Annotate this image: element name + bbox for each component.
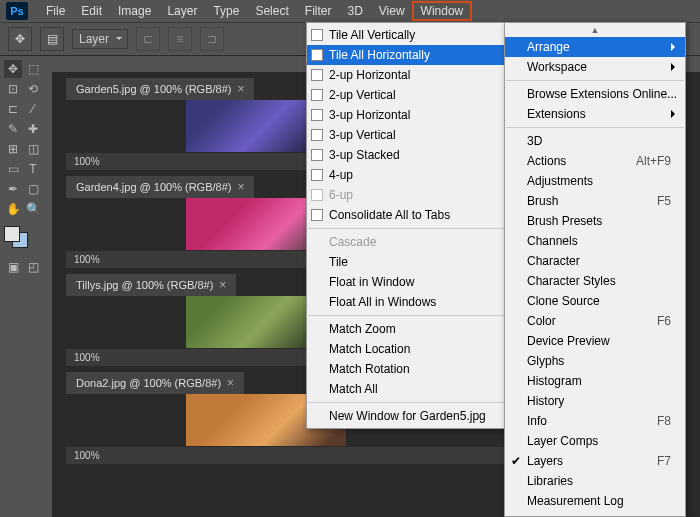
shape-tool-icon[interactable]: ▢ [24, 180, 42, 198]
heal-tool-icon[interactable]: ✚ [24, 120, 42, 138]
align-left-icon[interactable]: ⊏ [136, 27, 160, 51]
stamp-tool-icon[interactable]: ⊞ [4, 140, 22, 158]
grad-tool-icon[interactable]: ▭ [4, 160, 22, 178]
menu-filter[interactable]: Filter [297, 2, 340, 20]
move-tool-icon[interactable]: ✥ [8, 27, 32, 51]
window-layer-comps[interactable]: Layer Comps [505, 431, 685, 451]
window-menu: ▲ArrangeWorkspaceBrowse Extensions Onlin… [504, 22, 686, 517]
eyedrop-tool-icon[interactable]: ⁄ [24, 100, 42, 118]
arrange-4-up[interactable]: 4-up [307, 165, 505, 185]
align-center-icon[interactable]: ≡ [168, 27, 192, 51]
menu-window[interactable]: Window [413, 2, 472, 20]
shortcut-label: F5 [657, 194, 671, 208]
move-tool-icon[interactable]: ✥ [4, 60, 22, 78]
window-libraries[interactable]: Libraries [505, 471, 685, 491]
document-tab[interactable]: Garden5.jpg @ 100% (RGB/8#)× [66, 78, 254, 100]
window-workspace[interactable]: Workspace [505, 57, 685, 77]
menu-layer[interactable]: Layer [159, 2, 205, 20]
menu-edit[interactable]: Edit [73, 2, 110, 20]
window-arrange[interactable]: Arrange [505, 37, 685, 57]
lasso-tool-icon[interactable]: ⟲ [24, 80, 42, 98]
screenmode-icon[interactable]: ◰ [24, 258, 42, 276]
window-brush-presets[interactable]: Brush Presets [505, 211, 685, 231]
window-character-styles[interactable]: Character Styles [505, 271, 685, 291]
menu-view[interactable]: View [371, 2, 413, 20]
window-info[interactable]: InfoF8 [505, 411, 685, 431]
window-history[interactable]: History [505, 391, 685, 411]
window-histogram[interactable]: Histogram [505, 371, 685, 391]
window-character[interactable]: Character [505, 251, 685, 271]
menu-type[interactable]: Type [205, 2, 247, 20]
menu-select[interactable]: Select [247, 2, 296, 20]
menu-file[interactable]: File [38, 2, 73, 20]
menu-item-label: Float All in Windows [329, 295, 436, 309]
menu-item-label: Character [527, 254, 580, 268]
arrange-new-window-for-garden5-jpg[interactable]: New Window for Garden5.jpg [307, 406, 505, 426]
menu-item-label: Clone Source [527, 294, 600, 308]
arrange-tile-all-horizontally[interactable]: Tile All Horizontally [307, 45, 505, 65]
layout-icon [311, 129, 323, 141]
arrange-match-location[interactable]: Match Location [307, 339, 505, 359]
arrange-float-in-window[interactable]: Float in Window [307, 272, 505, 292]
pen-tool-icon[interactable]: ✒ [4, 180, 22, 198]
layout-icon [311, 49, 323, 61]
window-brush[interactable]: BrushF5 [505, 191, 685, 211]
window-modifier-keys[interactable]: Modifier Keys [505, 511, 685, 517]
menu-item-label: Character Styles [527, 274, 616, 288]
window-clone-source[interactable]: Clone Source [505, 291, 685, 311]
document-tab[interactable]: Garden4.jpg @ 100% (RGB/8#)× [66, 176, 254, 198]
arrange-2-up-horizontal[interactable]: 2-up Horizontal [307, 65, 505, 85]
arrange-match-rotation[interactable]: Match Rotation [307, 359, 505, 379]
arrange-3-up-stacked[interactable]: 3-up Stacked [307, 145, 505, 165]
arrange-match-all[interactable]: Match All [307, 379, 505, 399]
layers-icon[interactable]: ▤ [40, 27, 64, 51]
type-tool-icon[interactable]: T [24, 160, 42, 178]
menu-item-label: Adjustments [527, 174, 593, 188]
scroll-up-icon[interactable]: ▲ [505, 25, 685, 37]
hand-tool-icon[interactable]: ✋ [4, 200, 22, 218]
window-browse-extensions-online-[interactable]: Browse Extensions Online... [505, 84, 685, 104]
fg-swatch[interactable] [4, 226, 20, 242]
close-icon[interactable]: × [227, 376, 234, 390]
window-measurement-log[interactable]: Measurement Log [505, 491, 685, 511]
arrange-float-all-in-windows[interactable]: Float All in Windows [307, 292, 505, 312]
document-tab[interactable]: Tillys.jpg @ 100% (RGB/8#)× [66, 274, 236, 296]
window-color[interactable]: ColorF6 [505, 311, 685, 331]
menu-item-label: Arrange [527, 40, 570, 54]
close-icon[interactable]: × [219, 278, 226, 292]
arrange-3-up-horizontal[interactable]: 3-up Horizontal [307, 105, 505, 125]
close-icon[interactable]: × [237, 180, 244, 194]
menu-item-label: Channels [527, 234, 578, 248]
arrange-2-up-vertical[interactable]: 2-up Vertical [307, 85, 505, 105]
arrange-tile-all-vertically[interactable]: Tile All Vertically [307, 25, 505, 45]
close-icon[interactable]: × [237, 82, 244, 96]
marquee-tool-icon[interactable]: ⊡ [4, 80, 22, 98]
align-right-icon[interactable]: ⊐ [200, 27, 224, 51]
menu-3d[interactable]: 3D [339, 2, 370, 20]
select-tool-icon[interactable]: ⬚ [24, 60, 42, 78]
window-device-preview[interactable]: Device Preview [505, 331, 685, 351]
window-adjustments[interactable]: Adjustments [505, 171, 685, 191]
crop-tool-icon[interactable]: ⊏ [4, 100, 22, 118]
zoom-tool-icon[interactable]: 🔍 [24, 200, 42, 218]
window-glyphs[interactable]: Glyphs [505, 351, 685, 371]
quickmask-icon[interactable]: ▣ [4, 258, 22, 276]
arrange-match-zoom[interactable]: Match Zoom [307, 319, 505, 339]
menu-image[interactable]: Image [110, 2, 159, 20]
layer-dropdown[interactable]: Layer [72, 29, 128, 49]
arrange-tile[interactable]: Tile [307, 252, 505, 272]
document-tab[interactable]: Dona2.jpg @ 100% (RGB/8#)× [66, 372, 244, 394]
window-3d[interactable]: 3D [505, 131, 685, 151]
window-channels[interactable]: Channels [505, 231, 685, 251]
layout-icon [311, 109, 323, 121]
window-actions[interactable]: ActionsAlt+F9 [505, 151, 685, 171]
submenu-arrow-icon [671, 110, 679, 118]
menu-item-label: New Window for Garden5.jpg [329, 409, 486, 423]
arrange-consolidate-all-to-tabs[interactable]: Consolidate All to Tabs [307, 205, 505, 225]
arrange-3-up-vertical[interactable]: 3-up Vertical [307, 125, 505, 145]
brush-tool-icon[interactable]: ✎ [4, 120, 22, 138]
eraser-tool-icon[interactable]: ◫ [24, 140, 42, 158]
window-extensions[interactable]: Extensions [505, 104, 685, 124]
layout-icon [311, 149, 323, 161]
window-layers[interactable]: ✔LayersF7 [505, 451, 685, 471]
